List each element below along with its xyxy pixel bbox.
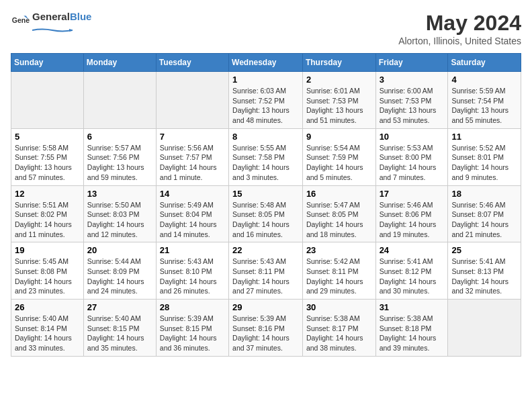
- day-info: Sunrise: 5:42 AMSunset: 8:11 PMDaylight:…: [306, 257, 372, 296]
- day-info: Sunrise: 5:46 AMSunset: 8:06 PMDaylight:…: [380, 200, 445, 240]
- day-info: Sunrise: 5:39 AMSunset: 8:16 PMDaylight:…: [232, 314, 299, 353]
- calendar-table: SundayMondayTuesdayWednesdayThursdayFrid…: [11, 53, 521, 357]
- day-number: 28: [160, 302, 225, 312]
- day-number: 13: [87, 189, 152, 199]
- day-info: Sunrise: 5:55 AMSunset: 7:58 PMDaylight:…: [232, 143, 299, 183]
- day-number: 12: [15, 189, 80, 199]
- day-info: Sunrise: 5:44 AMSunset: 8:09 PMDaylight:…: [87, 257, 152, 296]
- day-number: 15: [232, 189, 299, 199]
- logo-general-text: General: [32, 11, 70, 22]
- day-cell: 29Sunrise: 5:39 AMSunset: 8:16 PMDayligh…: [229, 300, 303, 357]
- day-info: Sunrise: 5:54 AMSunset: 7:59 PMDaylight:…: [306, 143, 372, 183]
- day-info: Sunrise: 6:03 AMSunset: 7:52 PMDaylight:…: [232, 86, 299, 126]
- day-number: 25: [451, 245, 517, 255]
- day-number: 20: [87, 245, 152, 255]
- day-cell: 21Sunrise: 5:43 AMSunset: 8:10 PMDayligh…: [156, 242, 228, 300]
- day-number: 30: [306, 302, 372, 312]
- day-cell: 4Sunrise: 5:59 AMSunset: 7:54 PMDaylight…: [448, 72, 521, 129]
- day-cell: 1Sunrise: 6:03 AMSunset: 7:52 PMDaylight…: [229, 72, 303, 129]
- day-number: 8: [232, 132, 299, 142]
- day-info: Sunrise: 5:48 AMSunset: 8:05 PMDaylight:…: [232, 200, 299, 240]
- day-number: 7: [160, 132, 225, 142]
- day-cell: 2Sunrise: 6:01 AMSunset: 7:53 PMDaylight…: [302, 72, 375, 129]
- day-info: Sunrise: 5:43 AMSunset: 8:11 PMDaylight:…: [232, 257, 299, 296]
- day-cell: 14Sunrise: 5:49 AMSunset: 8:04 PMDayligh…: [156, 185, 228, 242]
- day-cell: 10Sunrise: 5:53 AMSunset: 8:00 PMDayligh…: [375, 128, 448, 185]
- day-info: Sunrise: 5:53 AMSunset: 8:00 PMDaylight:…: [380, 143, 445, 183]
- day-info: Sunrise: 5:52 AMSunset: 8:01 PMDaylight:…: [451, 143, 517, 183]
- main-title: May 2024: [398, 11, 521, 36]
- col-header-sunday: Sunday: [11, 54, 84, 72]
- col-header-tuesday: Tuesday: [156, 54, 228, 72]
- day-number: 26: [15, 302, 80, 312]
- day-cell: 3Sunrise: 6:00 AMSunset: 7:53 PMDaylight…: [375, 72, 448, 129]
- day-cell: 22Sunrise: 5:43 AMSunset: 8:11 PMDayligh…: [229, 242, 303, 300]
- calendar-body: 1Sunrise: 6:03 AMSunset: 7:52 PMDaylight…: [11, 72, 521, 357]
- day-cell: 8Sunrise: 5:55 AMSunset: 7:58 PMDaylight…: [229, 128, 303, 185]
- day-cell: [83, 72, 156, 129]
- col-header-monday: Monday: [83, 54, 156, 72]
- day-number: 27: [87, 302, 152, 312]
- day-info: Sunrise: 5:58 AMSunset: 7:55 PMDaylight:…: [15, 143, 80, 183]
- day-cell: 30Sunrise: 5:38 AMSunset: 8:17 PMDayligh…: [302, 300, 375, 357]
- day-info: Sunrise: 5:38 AMSunset: 8:17 PMDaylight:…: [306, 314, 372, 353]
- day-number: 2: [306, 75, 372, 85]
- week-row-4: 19Sunrise: 5:45 AMSunset: 8:08 PMDayligh…: [11, 242, 521, 300]
- week-row-3: 12Sunrise: 5:51 AMSunset: 8:02 PMDayligh…: [11, 185, 521, 242]
- day-cell: 16Sunrise: 5:47 AMSunset: 8:05 PMDayligh…: [302, 185, 375, 242]
- title-area: May 2024 Alorton, Illinois, United State…: [398, 11, 521, 46]
- subtitle: Alorton, Illinois, United States: [398, 36, 521, 46]
- day-cell: 17Sunrise: 5:46 AMSunset: 8:06 PMDayligh…: [375, 185, 448, 242]
- day-cell: 5Sunrise: 5:58 AMSunset: 7:55 PMDaylight…: [11, 128, 84, 185]
- day-number: 21: [160, 245, 225, 255]
- day-number: 29: [232, 302, 299, 312]
- day-cell: [448, 300, 521, 357]
- day-number: 3: [380, 75, 445, 85]
- day-info: Sunrise: 5:40 AMSunset: 8:14 PMDaylight:…: [15, 314, 80, 353]
- logo-icon: General: [11, 13, 30, 32]
- day-cell: 9Sunrise: 5:54 AMSunset: 7:59 PMDaylight…: [302, 128, 375, 185]
- day-info: Sunrise: 6:00 AMSunset: 7:53 PMDaylight:…: [380, 86, 445, 126]
- week-row-2: 5Sunrise: 5:58 AMSunset: 7:55 PMDaylight…: [11, 128, 521, 185]
- day-number: 31: [380, 302, 445, 312]
- day-cell: 18Sunrise: 5:46 AMSunset: 8:07 PMDayligh…: [448, 185, 521, 242]
- day-number: 10: [380, 132, 445, 142]
- day-cell: 13Sunrise: 5:50 AMSunset: 8:03 PMDayligh…: [83, 185, 156, 242]
- day-info: Sunrise: 5:41 AMSunset: 8:13 PMDaylight:…: [451, 257, 517, 296]
- day-cell: 6Sunrise: 5:57 AMSunset: 7:56 PMDaylight…: [83, 128, 156, 185]
- day-number: 24: [380, 245, 445, 255]
- day-cell: 7Sunrise: 5:56 AMSunset: 7:57 PMDaylight…: [156, 128, 228, 185]
- day-info: Sunrise: 5:50 AMSunset: 8:03 PMDaylight:…: [87, 200, 152, 240]
- day-cell: 31Sunrise: 5:38 AMSunset: 8:18 PMDayligh…: [375, 300, 448, 357]
- day-number: 17: [380, 189, 445, 199]
- day-info: Sunrise: 5:56 AMSunset: 7:57 PMDaylight:…: [160, 143, 225, 183]
- day-cell: 23Sunrise: 5:42 AMSunset: 8:11 PMDayligh…: [302, 242, 375, 300]
- calendar-header-row: SundayMondayTuesdayWednesdayThursdayFrid…: [11, 54, 521, 72]
- day-info: Sunrise: 5:40 AMSunset: 8:15 PMDaylight:…: [87, 314, 152, 353]
- day-cell: 19Sunrise: 5:45 AMSunset: 8:08 PMDayligh…: [11, 242, 84, 300]
- day-info: Sunrise: 5:41 AMSunset: 8:12 PMDaylight:…: [380, 257, 445, 296]
- day-cell: 28Sunrise: 5:39 AMSunset: 8:15 PMDayligh…: [156, 300, 228, 357]
- day-number: 5: [15, 132, 80, 142]
- header: General GeneralBlue May 2024 Alorton, Il…: [11, 11, 521, 46]
- day-cell: 27Sunrise: 5:40 AMSunset: 8:15 PMDayligh…: [83, 300, 156, 357]
- day-info: Sunrise: 5:57 AMSunset: 7:56 PMDaylight:…: [87, 143, 152, 183]
- day-cell: 11Sunrise: 5:52 AMSunset: 8:01 PMDayligh…: [448, 128, 521, 185]
- day-info: Sunrise: 5:47 AMSunset: 8:05 PMDaylight:…: [306, 200, 372, 240]
- day-number: 23: [306, 245, 372, 255]
- col-header-saturday: Saturday: [448, 54, 521, 72]
- day-cell: [11, 72, 84, 129]
- day-number: 9: [306, 132, 372, 142]
- day-cell: 15Sunrise: 5:48 AMSunset: 8:05 PMDayligh…: [229, 185, 303, 242]
- day-number: 4: [451, 75, 517, 85]
- col-header-thursday: Thursday: [302, 54, 375, 72]
- day-number: 18: [451, 189, 517, 199]
- day-number: 19: [15, 245, 80, 255]
- day-cell: 25Sunrise: 5:41 AMSunset: 8:13 PMDayligh…: [448, 242, 521, 300]
- col-header-wednesday: Wednesday: [229, 54, 303, 72]
- day-info: Sunrise: 5:45 AMSunset: 8:08 PMDaylight:…: [15, 257, 80, 296]
- week-row-5: 26Sunrise: 5:40 AMSunset: 8:14 PMDayligh…: [11, 300, 521, 357]
- day-number: 14: [160, 189, 225, 199]
- day-number: 16: [306, 189, 372, 199]
- logo: General GeneralBlue: [11, 11, 91, 35]
